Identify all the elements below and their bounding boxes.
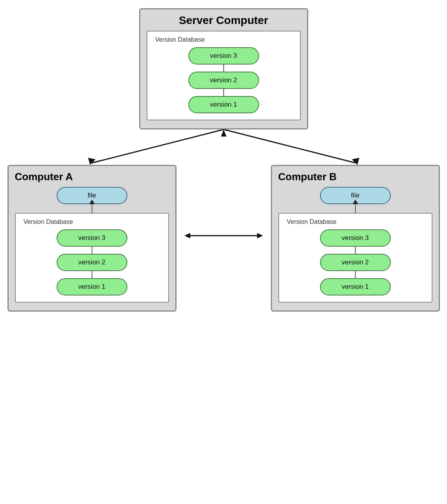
- arrows-svg-top: [7, 129, 440, 165]
- svg-line-0: [92, 129, 224, 163]
- computer-a-title: Computer A: [15, 171, 73, 183]
- computer-b-connector-2-1: [355, 271, 356, 278]
- computer-b-box: Computer B file Version Database version…: [271, 165, 440, 312]
- computer-a-box: Computer A file Version Database version…: [7, 165, 177, 312]
- computer-b-db-label: Version Database: [285, 218, 337, 225]
- server-connector-3-2: [223, 65, 224, 72]
- server-version-1: version 1: [188, 96, 259, 113]
- computer-a-version-1: version 1: [57, 278, 127, 295]
- horizontal-arrow-area: [177, 165, 271, 244]
- computer-a-connector-3-2: [92, 247, 92, 254]
- computer-b-version-1: version 1: [320, 278, 391, 295]
- server-connector-2-1: [223, 89, 224, 96]
- svg-marker-1: [88, 158, 96, 165]
- server-computer-box: Server Computer Version Database version…: [139, 8, 308, 129]
- server-db-box: Version Database version 3 version 2 ver…: [147, 31, 301, 120]
- computer-b-version-2: version 2: [320, 254, 391, 271]
- svg-line-2: [224, 129, 355, 163]
- computer-b-db-box: Version Database version 3 version 2 ver…: [278, 213, 432, 303]
- computer-a-db-box: Version Database version 3 version 2 ver…: [15, 213, 169, 303]
- svg-marker-7: [257, 233, 263, 238]
- server-version-3: version 3: [188, 47, 259, 65]
- computer-b-file-connector: [355, 204, 356, 213]
- computer-a-version-3: version 3: [57, 229, 127, 247]
- server-version-2: version 2: [188, 72, 259, 89]
- svg-marker-3: [352, 158, 359, 165]
- computer-b-version-3: version 3: [320, 229, 391, 247]
- computer-a-db-label: Version Database: [22, 218, 73, 225]
- computer-b-connector-3-2: [355, 247, 356, 254]
- computer-b-title: Computer B: [278, 171, 337, 183]
- horizontal-arrow-svg: [180, 228, 267, 244]
- svg-marker-6: [184, 233, 190, 238]
- computer-a-version-2: version 2: [57, 254, 127, 271]
- server-db-label: Version Database: [154, 36, 205, 43]
- server-to-clients-arrows: [7, 129, 440, 165]
- computer-a-file-connector: [92, 204, 92, 213]
- clients-row: Computer A file Version Database version…: [7, 165, 440, 312]
- server-title: Server Computer: [179, 14, 268, 27]
- diagram: Server Computer Version Database version…: [7, 8, 440, 496]
- computer-a-connector-2-1: [92, 271, 92, 278]
